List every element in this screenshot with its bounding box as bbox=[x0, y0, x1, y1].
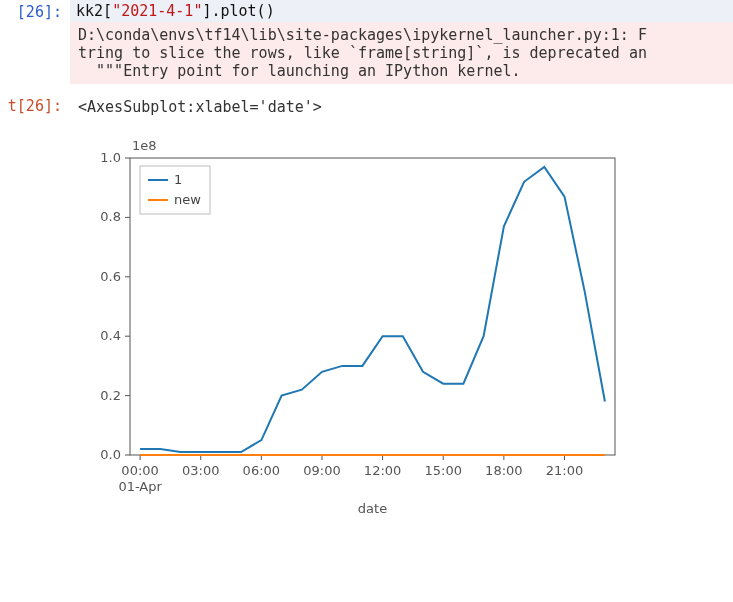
code-input[interactable]: kk2["2021-4-1"].plot() bbox=[70, 0, 733, 22]
y-tick-label: 0.2 bbox=[100, 388, 121, 403]
x-tick-label: 21:00 bbox=[546, 463, 583, 478]
warning-output: D:\conda\envs\tf14\lib\site-packages\ipy… bbox=[70, 22, 733, 84]
x-tick-label: 18:00 bbox=[485, 463, 522, 478]
warning-line: tring to slice the rows, like `frame[str… bbox=[78, 44, 647, 62]
legend-label-new: new bbox=[174, 192, 201, 207]
line-chart: 0.00.20.40.60.81.000:0003:0006:0009:0012… bbox=[70, 130, 630, 530]
code-token-bracket: [ bbox=[103, 2, 112, 20]
x-tick-label: 09:00 bbox=[303, 463, 340, 478]
in-prompt: [26]: bbox=[0, 0, 70, 21]
x-axis-label: date bbox=[358, 501, 387, 516]
warning-gutter bbox=[0, 22, 70, 25]
x-tick-label: 12:00 bbox=[364, 463, 401, 478]
y-tick-label: 1.0 bbox=[100, 150, 121, 165]
out-prompt: t[26]: bbox=[0, 94, 70, 115]
code-token-string: "2021-4-1" bbox=[112, 2, 202, 20]
x-tick-label: 15:00 bbox=[424, 463, 461, 478]
y-tick-label: 0.0 bbox=[100, 447, 121, 462]
warning-line: D:\conda\envs\tf14\lib\site-packages\ipy… bbox=[78, 26, 647, 44]
code-token-tail: .plot() bbox=[211, 2, 274, 20]
x-tick-label: 00:00 bbox=[121, 463, 158, 478]
warning-line: """Entry point for launching an IPython … bbox=[78, 62, 521, 80]
x-date-label: 01-Apr bbox=[118, 479, 162, 494]
y-tick-label: 0.6 bbox=[100, 269, 121, 284]
x-tick-label: 06:00 bbox=[243, 463, 280, 478]
chart-output: 0.00.20.40.60.81.000:0003:0006:0009:0012… bbox=[70, 130, 733, 530]
warning-cell: D:\conda\envs\tf14\lib\site-packages\ipy… bbox=[0, 22, 733, 84]
output-cell: t[26]: <AxesSubplot:xlabel='date'> bbox=[0, 94, 733, 120]
y-tick-label: 0.4 bbox=[100, 328, 121, 343]
code-token-ident: kk2 bbox=[76, 2, 103, 20]
y-tick-label: 0.8 bbox=[100, 209, 121, 224]
y-scale-exponent: 1e8 bbox=[132, 138, 157, 153]
legend-label-1: 1 bbox=[174, 172, 182, 187]
output-repr: <AxesSubplot:xlabel='date'> bbox=[70, 94, 733, 120]
input-cell: [26]: kk2["2021-4-1"].plot() bbox=[0, 0, 733, 22]
x-tick-label: 03:00 bbox=[182, 463, 219, 478]
